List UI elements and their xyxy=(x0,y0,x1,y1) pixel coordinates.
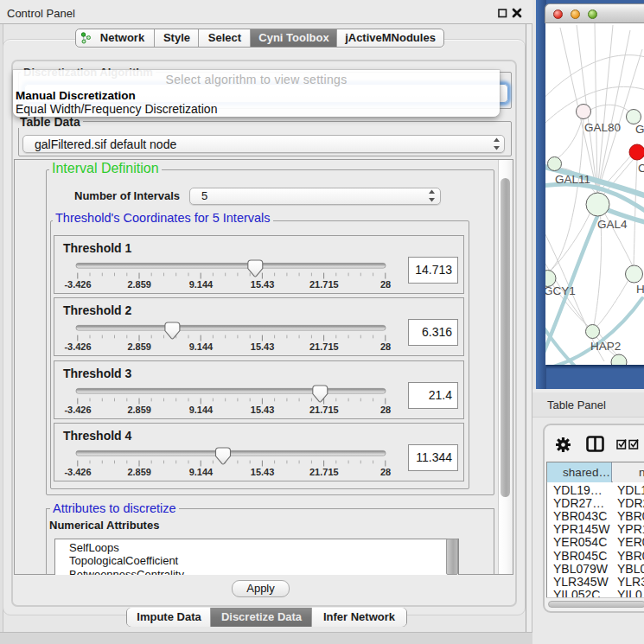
svg-text:HAP2: HAP2 xyxy=(590,340,621,353)
svg-text:G.: G. xyxy=(635,123,644,136)
svg-text:H: H xyxy=(636,283,644,296)
svg-text:C: C xyxy=(638,162,644,175)
svg-text:GAL80: GAL80 xyxy=(584,121,621,134)
svg-text:GAL4: GAL4 xyxy=(597,218,628,231)
svg-text:GAL11: GAL11 xyxy=(555,173,590,186)
svg-text:GCY1: GCY1 xyxy=(545,284,576,297)
